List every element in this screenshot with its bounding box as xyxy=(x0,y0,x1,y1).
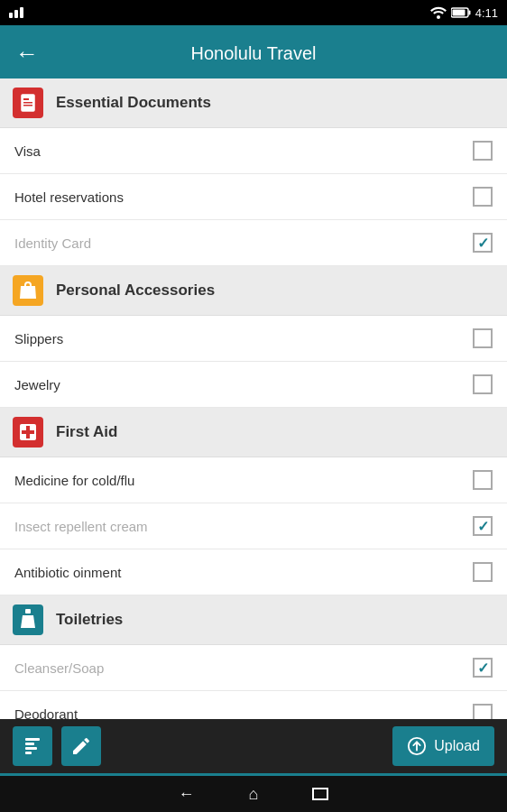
section-icon-toiletries xyxy=(13,604,43,635)
checkbox-slippers[interactable] xyxy=(473,328,493,348)
section-title-toiletries: Toiletries xyxy=(56,611,123,629)
tree-icon xyxy=(22,735,43,757)
list-item: Antibiotic oinment xyxy=(0,549,507,595)
back-button[interactable]: ← xyxy=(11,37,43,69)
status-bar-right: 4:11 xyxy=(430,6,498,20)
list-item: Medicine for cold/flu xyxy=(0,457,507,503)
section-icon-essential-documents xyxy=(13,88,43,118)
upload-icon xyxy=(407,736,427,756)
svg-rect-10 xyxy=(22,430,34,434)
list-item: Cleanser/Soap xyxy=(0,645,507,691)
item-label-visa: Visa xyxy=(14,143,41,159)
svg-rect-16 xyxy=(25,752,32,754)
nav-home-icon[interactable]: ⌂ xyxy=(249,785,259,804)
item-label-medicine-cold-flu: Medicine for cold/flu xyxy=(14,473,134,488)
section-icon-personal-accessories xyxy=(13,275,43,306)
item-label-hotel-reservations: Hotel reservations xyxy=(14,189,124,205)
nav-recent-icon[interactable] xyxy=(312,788,328,800)
content-area: Essential DocumentsVisaHotel reservation… xyxy=(0,78,507,719)
list-item: Deodorant xyxy=(0,691,507,719)
list-item: Jewelry xyxy=(0,362,507,408)
section-header-first-aid: First Aid xyxy=(0,408,507,457)
section-icon-first-aid xyxy=(13,417,43,448)
item-label-antibiotic-oinment: Antibiotic oinment xyxy=(14,565,121,580)
nav-back-icon[interactable]: ← xyxy=(179,785,195,804)
list-item: Hotel reservations xyxy=(0,174,507,220)
svg-rect-14 xyxy=(25,743,34,745)
checkbox-insect-repellent[interactable] xyxy=(473,516,493,536)
section-title-personal-accessories: Personal Accessories xyxy=(56,281,215,300)
item-label-identity-card: Identity Card xyxy=(14,235,91,251)
app-header: ← Honolulu Travel xyxy=(0,28,507,78)
section-header-personal-accessories: Personal Accessories xyxy=(0,266,507,316)
list-item: Visa xyxy=(0,128,507,174)
wifi-icon xyxy=(430,6,447,19)
item-label-slippers: Slippers xyxy=(14,331,63,346)
svg-rect-7 xyxy=(23,105,32,106)
item-label-jewelry: Jewelry xyxy=(14,377,60,392)
svg-rect-2 xyxy=(468,11,470,15)
svg-rect-12 xyxy=(25,609,31,611)
list-item: Identity Card xyxy=(0,220,507,266)
section-header-essential-documents: Essential Documents xyxy=(0,78,507,128)
checkbox-deodorant[interactable] xyxy=(473,704,493,719)
item-label-cleanser-soap: Cleanser/Soap xyxy=(14,660,104,676)
list-item: Slippers xyxy=(0,316,507,362)
section-title-first-aid: First Aid xyxy=(56,423,117,441)
svg-rect-15 xyxy=(25,747,37,750)
section-title-essential-documents: Essential Documents xyxy=(56,94,211,112)
checkbox-medicine-cold-flu[interactable] xyxy=(473,470,493,490)
back-arrow-icon: ← xyxy=(15,42,39,65)
battery-icon xyxy=(451,7,471,18)
item-label-insect-repellent: Insect repellent cream xyxy=(14,519,148,534)
edit-button[interactable] xyxy=(61,726,101,766)
svg-rect-6 xyxy=(23,102,32,104)
status-bar-left xyxy=(9,7,23,18)
svg-point-0 xyxy=(437,15,440,19)
header-title: Honolulu Travel xyxy=(54,43,453,64)
bottom-toolbar: Upload xyxy=(0,719,507,773)
app-container: ← Honolulu Travel Essential DocumentsVis… xyxy=(0,25,507,776)
nav-bar: ← ⌂ xyxy=(0,776,507,812)
upload-label: Upload xyxy=(434,738,480,754)
checkbox-visa[interactable] xyxy=(473,141,493,161)
svg-rect-13 xyxy=(25,738,40,741)
pencil-icon xyxy=(70,735,92,757)
checkbox-hotel-reservations[interactable] xyxy=(473,187,493,207)
upload-button[interactable]: Upload xyxy=(392,726,494,766)
checkbox-cleanser-soap[interactable] xyxy=(473,658,493,678)
svg-rect-5 xyxy=(23,98,29,100)
checkbox-antibiotic-oinment[interactable] xyxy=(473,562,493,582)
status-time: 4:11 xyxy=(475,6,498,20)
item-label-deodorant: Deodorant xyxy=(14,706,78,720)
svg-rect-3 xyxy=(452,10,465,16)
tree-button[interactable] xyxy=(13,726,52,766)
checkbox-jewelry[interactable] xyxy=(473,374,493,394)
section-header-toiletries: Toiletries xyxy=(0,595,507,645)
list-item: Insect repellent cream xyxy=(0,503,507,549)
status-bar: 4:11 xyxy=(0,0,507,25)
checkbox-identity-card[interactable] xyxy=(473,233,493,253)
